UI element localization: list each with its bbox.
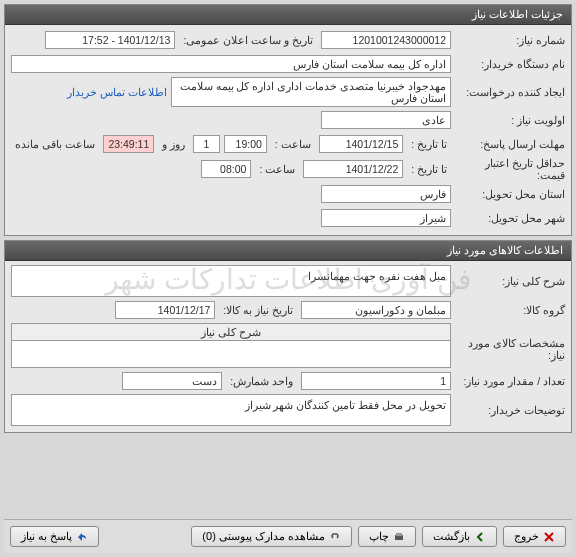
time-label-2: ساعت : [255,163,299,175]
to-date-label-2: تا تاریخ : [407,163,451,175]
priority-field: عادی [321,111,451,129]
need-no-label: شماره نیاز: [455,34,565,46]
remain-label: ساعت باقی مانده [11,138,99,150]
creator-label: ایجاد کننده درخواست: [455,86,565,98]
priority-label: اولویت نیاز : [455,114,565,126]
reply-button[interactable]: پاسخ به نیاز [10,526,99,547]
spec-header: شرح کلی نیاز [11,323,451,340]
need-date-field: 1401/12/17 [115,301,215,319]
to-date-label-1: تا تاریخ : [407,138,451,150]
buyer-field: اداره کل بیمه سلامت استان فارس [11,55,451,73]
general-label: شرح کلی نیاز: [455,275,565,287]
province-field: فارس [321,185,451,203]
city-field: شیراز [321,209,451,227]
buyer-label: نام دستگاه خریدار: [455,58,565,70]
buyer-note-label: توضیحات خریدار: [455,404,565,416]
contact-link[interactable]: اطلاعات تماس خریدار [67,86,167,98]
validity-label: حداقل تاریخ اعتبار قیمت: [455,157,565,181]
unit-field: دست [122,372,222,390]
general-field: مبل هفت نفره جهت مهمانسرا [11,265,451,297]
group-field: مبلمان و دکوراسیون [301,301,451,319]
qty-field: 1 [301,372,451,390]
buyer-note-field: تحویل در محل فقط تامین کنندگان شهر شیراز [11,394,451,426]
province-label: استان محل تحویل: [455,188,565,200]
validity-time-field: 08:00 [201,160,251,178]
days-field: 1 [193,135,220,153]
need-date-label: تاریخ نیاز به کالا: [219,304,297,316]
print-button-label: چاپ [369,530,389,543]
group-label: گروه کالا: [455,304,565,316]
need-details-panel: جزئیات اطلاعات نیاز شماره نیاز: 12010012… [4,4,572,236]
reply-button-label: پاسخ به نیاز [21,530,72,543]
attach-icon [329,531,341,543]
panel1-title: جزئیات اطلاعات نیاز [5,5,571,25]
print-button[interactable]: چاپ [358,526,416,547]
print-icon [393,531,405,543]
reply-deadline-label: مهلت ارسال پاسخ: [455,138,565,150]
exit-button[interactable]: خروج [503,526,566,547]
qty-label: تعداد / مقدار مورد نیاز: [455,375,565,387]
announce-field: 1401/12/13 - 17:52 [45,31,175,49]
back-button-label: بازگشت [433,530,470,543]
validity-date-field: 1401/12/22 [303,160,403,178]
back-button[interactable]: بازگشت [422,526,497,547]
spec-field [11,340,451,368]
days-label: روز و [158,138,189,150]
city-label: شهر محل تحویل: [455,212,565,224]
panel2-title: اطلاعات کالاهای مورد نیاز [5,241,571,261]
remain-time-field: 23:49:11 [103,135,154,153]
exit-icon [543,531,555,543]
svg-rect-1 [396,533,402,536]
goods-info-panel: اطلاعات کالاهای مورد نیاز شرح کلی نیاز: … [4,240,572,433]
time-label-1: ساعت : [271,138,315,150]
button-bar: خروج بازگشت چاپ مشاهده مدارک پیوستی (0) … [4,519,572,553]
attachments-button[interactable]: مشاهده مدارک پیوستی (0) [191,526,352,547]
announce-label: تاریخ و ساعت اعلان عمومی: [179,34,317,46]
unit-label: واحد شمارش: [226,375,297,387]
attachments-button-label: مشاهده مدارک پیوستی (0) [202,530,325,543]
spec-label: مشخصات کالای مورد نیاز: [455,323,565,361]
back-icon [474,531,486,543]
reply-icon [76,531,88,543]
creator-field: مهدجواد خیبرنیا متصدی خدمات اداری اداره … [171,77,451,107]
need-no-field: 1201001243000012 [321,31,451,49]
reply-date-field: 1401/12/15 [319,135,404,153]
reply-time-field: 19:00 [224,135,267,153]
exit-button-label: خروج [514,530,539,543]
